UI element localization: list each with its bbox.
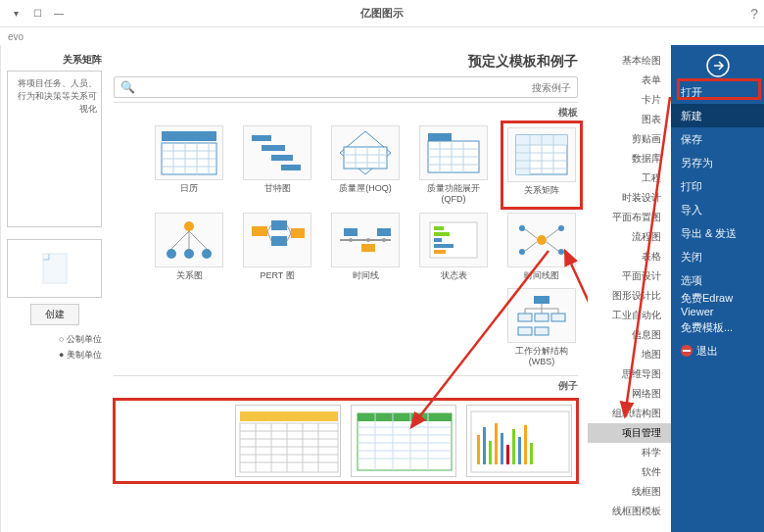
search-box[interactable]: 🔍: [114, 76, 578, 98]
category-item[interactable]: 表单: [588, 71, 671, 90]
example-thumb[interactable]: [351, 405, 456, 477]
category-item[interactable]: 科学: [588, 443, 671, 462]
panel-title: 关系矩阵: [7, 53, 102, 67]
category-item[interactable]: 平面设计: [588, 266, 671, 286]
template-item[interactable]: 关系图: [153, 213, 225, 281]
template-thumb: [507, 213, 576, 267]
svg-rect-78: [535, 314, 549, 321]
svg-rect-28: [428, 133, 452, 141]
content-header: 预定义模板和例子: [114, 53, 578, 71]
rail-item-退出[interactable]: 退出: [671, 339, 764, 363]
example-thumb[interactable]: [235, 405, 341, 477]
template-item[interactable]: 质量屋(HOQ): [329, 125, 402, 205]
rail-item-免费Edraw Viewer[interactable]: 免费Edraw Viewer: [671, 292, 764, 315]
category-item[interactable]: 流程图: [588, 227, 671, 247]
template-item[interactable]: 状态表: [417, 213, 490, 281]
example-thumb[interactable]: [466, 405, 572, 477]
category-item[interactable]: 组织结构图: [588, 404, 671, 423]
window-menu-icon[interactable]: ▾: [6, 5, 25, 23]
rail-item-保存[interactable]: 保存: [671, 127, 764, 151]
category-item[interactable]: 工业自动化: [588, 306, 671, 325]
rail-item-打印[interactable]: 打印: [671, 174, 764, 198]
back-arrow-icon[interactable]: [671, 51, 764, 80]
svg-rect-100: [358, 413, 452, 421]
rail-item-另存为[interactable]: 另存为: [671, 151, 764, 174]
svg-point-69: [519, 249, 525, 255]
template-item[interactable]: 工作分解结构(WBS): [505, 288, 578, 367]
svg-rect-55: [344, 228, 358, 236]
rail-item-免费模板...[interactable]: 免费模板...: [671, 315, 764, 339]
svg-point-68: [519, 225, 525, 231]
template-thumb: [331, 125, 400, 180]
svg-rect-79: [551, 314, 565, 321]
window-close-icon[interactable]: ☐: [27, 5, 47, 23]
svg-rect-117: [512, 429, 515, 464]
category-item[interactable]: 时装设计: [588, 188, 671, 208]
template-item[interactable]: 时间线: [329, 213, 402, 281]
template-item[interactable]: 质量功能展开(QFD): [417, 125, 490, 205]
svg-rect-46: [252, 226, 267, 236]
svg-rect-64: [434, 238, 442, 242]
svg-rect-65: [434, 244, 454, 248]
category-item[interactable]: 线框图模板: [588, 502, 671, 521]
radio-metric[interactable]: ○ 公制单位: [7, 333, 102, 346]
category-item[interactable]: 信息图: [588, 325, 671, 345]
svg-rect-116: [506, 445, 509, 464]
rail-item-导入[interactable]: 导入: [671, 198, 764, 221]
template-thumb: [419, 125, 488, 180]
rail-item-关闭[interactable]: 关闭: [671, 245, 764, 268]
svg-line-53: [287, 233, 291, 241]
svg-rect-120: [530, 443, 533, 464]
category-item[interactable]: 线框图: [588, 482, 671, 502]
window-title: 亿图图示: [360, 6, 404, 21]
template-label: PERT 图: [260, 270, 294, 281]
template-item[interactable]: 关系矩阵: [505, 125, 578, 205]
svg-rect-62: [434, 226, 444, 230]
svg-rect-118: [518, 437, 521, 464]
category-item[interactable]: 基本绘图: [588, 51, 671, 71]
help-icon[interactable]: ?: [750, 6, 758, 22]
svg-rect-63: [434, 232, 450, 236]
category-item[interactable]: 表格: [588, 247, 671, 266]
svg-point-42: [202, 249, 212, 259]
template-label: 时间线: [353, 270, 379, 281]
category-item[interactable]: 项目管理: [588, 423, 671, 443]
category-item[interactable]: 平面布置图: [588, 208, 671, 227]
svg-point-67: [537, 235, 547, 245]
rail-item-新建[interactable]: 新建: [671, 104, 764, 127]
rail-item-导出 & 发送[interactable]: 导出 & 发送: [671, 221, 764, 245]
category-item[interactable]: 思维导图: [588, 364, 671, 384]
category-item[interactable]: 图形设计比: [588, 286, 671, 306]
svg-point-41: [184, 249, 194, 259]
svg-point-58: [349, 238, 353, 242]
search-input[interactable]: [139, 82, 571, 93]
window-min-icon[interactable]: —: [49, 5, 69, 23]
category-item[interactable]: 网络图: [588, 384, 671, 404]
svg-rect-10: [252, 135, 271, 141]
radio-imperial[interactable]: ● 美制单位: [7, 349, 102, 362]
template-item[interactable]: 时间线图: [505, 213, 578, 281]
svg-line-73: [525, 242, 537, 251]
category-item[interactable]: 地图: [588, 345, 671, 364]
template-thumb: [155, 125, 223, 180]
template-thumb: [419, 213, 488, 267]
category-item[interactable]: 图表: [588, 110, 671, 129]
rail-item-选项[interactable]: 选项: [671, 268, 764, 292]
rail-item-打开[interactable]: 打开: [671, 80, 764, 104]
section-examples-label: 例子: [114, 375, 578, 393]
template-thumb: [331, 213, 400, 267]
category-item[interactable]: 软件: [588, 462, 671, 482]
category-item[interactable]: 卡片: [588, 90, 671, 110]
create-button[interactable]: 创建: [30, 304, 79, 325]
svg-rect-112: [483, 427, 486, 464]
svg-line-72: [525, 229, 537, 238]
svg-rect-56: [361, 244, 375, 252]
template-item[interactable]: PERT 图: [241, 213, 313, 281]
svg-point-59: [366, 238, 370, 242]
template-item[interactable]: 甘特图: [241, 125, 313, 205]
template-item[interactable]: 日历: [153, 125, 225, 205]
svg-point-40: [167, 249, 176, 259]
category-item[interactable]: 剪贴画: [588, 129, 671, 149]
category-item[interactable]: 工程: [588, 169, 671, 188]
category-item[interactable]: 数据库: [588, 149, 671, 169]
